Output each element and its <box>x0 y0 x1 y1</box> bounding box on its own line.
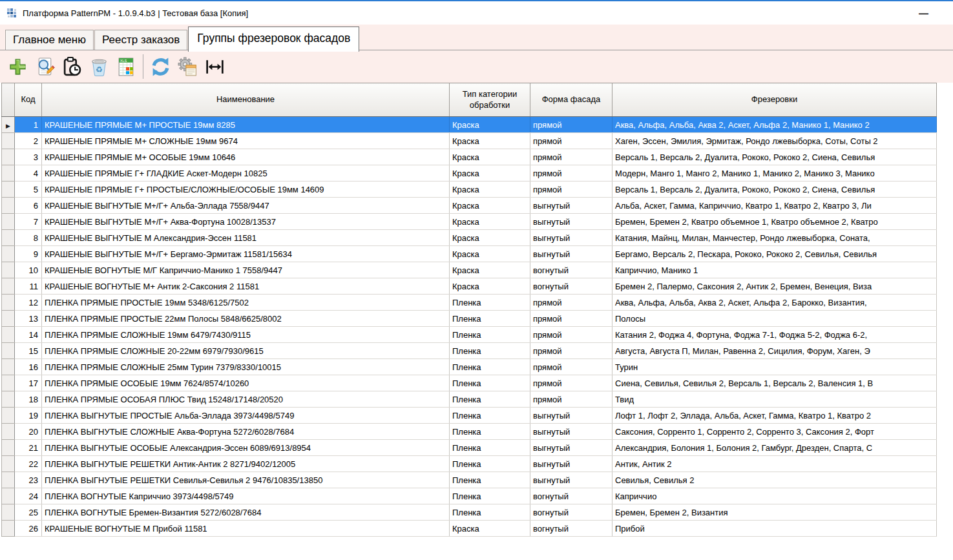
cell-name[interactable]: ПЛЕНКА ПРЯМЫЕ ПРОСТЫЕ 19мм 5348/6125/750… <box>42 295 450 311</box>
cell-name[interactable]: КРАШЕНЫЕ ПРЯМЫЕ М+ ОСОБЫЕ 19мм 10646 <box>42 149 450 165</box>
cell-name[interactable]: ПЛЕНКА ПРЯМЫЕ СЛОЖНЫЕ 25мм Турин 7379/83… <box>42 359 450 375</box>
cell-name[interactable]: ПЛЕНКА ВЫГНУТЫЕ РЕШЕТКИ Севилья-Севилья … <box>42 472 450 488</box>
cell-millings[interactable]: Турин <box>613 359 937 375</box>
cell-shape[interactable]: выгнутый <box>530 246 613 262</box>
cell-code[interactable]: 15 <box>15 343 42 359</box>
delete-button[interactable]: ♻ <box>85 53 112 80</box>
cell-name[interactable]: КРАШЕНЫЕ ВЫГНУТЫЕ М+/Г+ Альба-Эллада 755… <box>42 198 450 214</box>
cell-name[interactable]: ПЛЕНКА ПРЯМЫЕ СЛОЖНЫЕ 20-22мм 6979/7930/… <box>42 343 450 359</box>
minimize-button[interactable]: — <box>914 8 934 19</box>
row-indicator[interactable] <box>2 246 15 262</box>
cell-code[interactable]: 24 <box>15 488 42 504</box>
column-header-shape[interactable]: Форма фасада <box>530 83 613 117</box>
cell-shape[interactable]: вогнутый <box>530 488 613 504</box>
cell-code[interactable]: 25 <box>15 504 42 521</box>
cell-category[interactable]: Пленка <box>450 472 530 488</box>
cell-category[interactable]: Пленка <box>450 440 530 456</box>
row-indicator[interactable] <box>2 472 15 488</box>
edit-button[interactable] <box>31 53 58 80</box>
cell-code[interactable]: 2 <box>15 133 42 149</box>
history-button[interactable] <box>58 53 85 80</box>
cell-name[interactable]: ПЛЕНКА ВЫГНУТЫЕ СЛОЖНЫЕ Аква-Фортуна 527… <box>42 424 450 440</box>
row-indicator[interactable] <box>2 424 15 440</box>
cell-code[interactable]: 14 <box>15 327 42 343</box>
cell-shape[interactable]: прямой <box>530 391 613 408</box>
cell-name[interactable]: КРАШЕНЫЕ ВЫГНУТЫЕ М+/Г+ Бергамо-Эрмитаж … <box>42 246 450 262</box>
cell-millings[interactable]: Каприччио <box>613 488 937 504</box>
add-button[interactable] <box>4 53 31 80</box>
cell-shape[interactable]: прямой <box>530 375 613 391</box>
cell-code[interactable]: 13 <box>15 311 42 327</box>
cell-code[interactable]: 1 <box>15 117 42 133</box>
cell-name[interactable]: ПЛЕНКА ВЫГНУТЫЕ ПРОСТЫЕ Альба-Эллада 397… <box>42 408 450 424</box>
cell-code[interactable]: 11 <box>15 278 42 295</box>
cell-millings[interactable]: Модерн, Манго 1, Манго 2, Манико 1, Мани… <box>613 165 937 181</box>
cell-category[interactable]: Пленка <box>450 375 530 391</box>
cell-shape[interactable]: прямой <box>530 133 613 149</box>
cell-category[interactable]: Краска <box>450 165 530 181</box>
cell-shape[interactable]: прямой <box>530 311 613 327</box>
cell-millings[interactable]: Хаген, Эссен, Эмилия, Эрмитаж, Рондо лже… <box>613 133 937 149</box>
row-indicator[interactable] <box>2 149 15 165</box>
row-indicator[interactable] <box>2 408 15 424</box>
settings-button[interactable] <box>174 53 201 80</box>
row-indicator[interactable] <box>2 521 15 537</box>
cell-category[interactable]: Пленка <box>450 456 530 472</box>
cell-name[interactable]: КРАШЕНЫЕ ВОГНУТЫЕ М+ Антик 2-Саксония 2 … <box>42 278 450 295</box>
cell-name[interactable]: КРАШЕНЫЕ ПРЯМЫЕ М+ ПРОСТЫЕ 19мм 8285 <box>42 117 450 133</box>
cell-shape[interactable]: вогнутый <box>530 262 613 278</box>
cell-millings[interactable]: Бремен 2, Палермо, Саксония 2, Антик 2, … <box>613 278 937 295</box>
cell-category[interactable]: Краска <box>450 278 530 295</box>
cell-category[interactable]: Пленка <box>450 391 530 408</box>
cell-category[interactable]: Пленка <box>450 295 530 311</box>
cell-millings[interactable]: Бергамо, Версаль 2, Пескара, Рококо, Рок… <box>613 246 937 262</box>
cell-shape[interactable]: выгнутый <box>530 456 613 472</box>
cell-code[interactable]: 21 <box>15 440 42 456</box>
cell-category[interactable]: Пленка <box>450 488 530 504</box>
cell-shape[interactable]: выгнутый <box>530 198 613 214</box>
cell-millings[interactable]: Лофт 1, Лофт 2, Эллада, Альба, Аскет, Га… <box>613 408 937 424</box>
cell-shape[interactable]: выгнутый <box>530 214 613 230</box>
column-header-name[interactable]: Наименование <box>42 83 450 117</box>
cell-code[interactable]: 16 <box>15 359 42 375</box>
cell-name[interactable]: КРАШЕНЫЕ ПРЯМЫЕ М+ СЛОЖНЫЕ 19мм 9674 <box>42 133 450 149</box>
row-indicator[interactable]: ▶ <box>2 117 15 133</box>
cell-millings[interactable]: Бремен, Бремен 2, Византия <box>613 504 937 521</box>
cell-millings[interactable]: Каприччио, Манико 1 <box>613 262 937 278</box>
row-indicator[interactable] <box>2 440 15 456</box>
cell-name[interactable]: ПЛЕНКА ВЫГНУТЫЕ РЕШЕТКИ Антик-Антик 2 82… <box>42 456 450 472</box>
cell-shape[interactable]: прямой <box>530 359 613 375</box>
column-header-millings[interactable]: Фрезеровки <box>613 83 937 117</box>
cell-name[interactable]: ПЛЕНКА ВОГНУТЫЕ Бремен-Византия 5272/602… <box>42 504 450 521</box>
cell-shape[interactable]: прямой <box>530 165 613 181</box>
cell-code[interactable]: 19 <box>15 408 42 424</box>
cell-millings[interactable]: Версаль 1, Версаль 2, Дуалита, Рококо, Р… <box>613 181 937 198</box>
cell-shape[interactable]: прямой <box>530 149 613 165</box>
cell-shape[interactable]: прямой <box>530 117 613 133</box>
cell-millings[interactable]: Августа, Августа П, Милан, Равенна 2, Си… <box>613 343 937 359</box>
cell-category[interactable]: Краска <box>450 230 530 246</box>
cell-category[interactable]: Краска <box>450 214 530 230</box>
row-indicator[interactable] <box>2 133 15 149</box>
cell-millings[interactable]: Альба, Аскет, Гамма, Каприччио, Кватро 1… <box>613 198 937 214</box>
row-indicator[interactable] <box>2 375 15 391</box>
cell-shape[interactable]: выгнутый <box>530 440 613 456</box>
cell-name[interactable]: КРАШЕНЫЕ ВОГНУТЫЕ М/Г Каприччио-Манико 1… <box>42 262 450 278</box>
cell-millings[interactable]: Полосы <box>613 311 937 327</box>
cell-code[interactable]: 20 <box>15 424 42 440</box>
row-indicator[interactable] <box>2 295 15 311</box>
cell-shape[interactable]: вогнутый <box>530 278 613 295</box>
cell-code[interactable]: 8 <box>15 230 42 246</box>
cell-name[interactable]: ПЛЕНКА ПРЯМЫЕ ПРОСТЫЕ 22мм Полосы 5848/6… <box>42 311 450 327</box>
row-indicator[interactable] <box>2 198 15 214</box>
column-header-code[interactable]: Код <box>15 83 42 117</box>
cell-category[interactable]: Краска <box>450 198 530 214</box>
row-indicator[interactable] <box>2 504 15 521</box>
cell-category[interactable]: Краска <box>450 246 530 262</box>
cell-code[interactable]: 23 <box>15 472 42 488</box>
cell-millings[interactable]: Саксония, Сорренто 1, Сорренто 2, Соррен… <box>613 424 937 440</box>
cell-category[interactable]: Пленка <box>450 343 530 359</box>
row-indicator[interactable] <box>2 262 15 278</box>
cell-millings[interactable]: Аква, Альфа, Альба, Аква 2, Аскет, Альфа… <box>613 295 937 311</box>
cell-code[interactable]: 5 <box>15 181 42 198</box>
